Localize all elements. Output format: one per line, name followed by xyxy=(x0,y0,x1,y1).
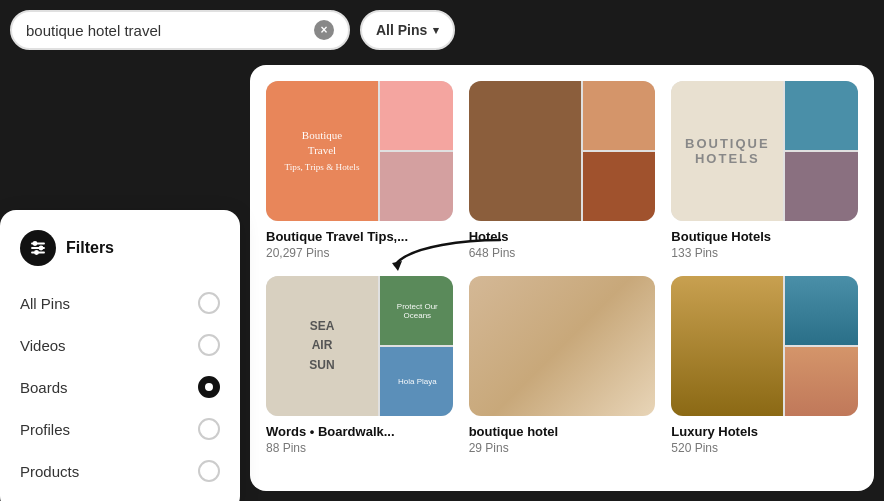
list-item[interactable]: SEAAIRSUN Protect Our Oceans Hola Playa … xyxy=(266,276,453,455)
filter-dropdown-label: All Pins xyxy=(376,22,427,38)
pin-main-image xyxy=(671,276,783,416)
radio-boards[interactable] xyxy=(198,376,220,398)
radio-profiles[interactable] xyxy=(198,418,220,440)
search-input-wrapper: × xyxy=(10,10,350,50)
pin-count: 520 Pins xyxy=(671,441,858,455)
pin-small-image-bottom xyxy=(785,152,858,221)
pin-main-image: BOUTIQUEHOTELS xyxy=(671,81,783,221)
filter-label-boards: Boards xyxy=(20,379,68,396)
filter-icon xyxy=(20,230,56,266)
pin-image: BOUTIQUEHOTELS xyxy=(671,81,858,221)
filter-option-products[interactable]: Products xyxy=(20,450,220,492)
radio-products[interactable] xyxy=(198,460,220,482)
svg-point-5 xyxy=(40,247,43,250)
pin-small-image-top xyxy=(583,81,656,150)
search-input[interactable] xyxy=(26,22,314,39)
pin-image: . xyxy=(469,81,656,221)
filters-panel: Filters All Pins Videos Boards Profiles … xyxy=(0,210,240,501)
pin-image xyxy=(671,276,858,416)
pin-count: 133 Pins xyxy=(671,246,858,260)
list-item[interactable]: BoutiqueTravelTips, Trips & Hotels Bouti… xyxy=(266,81,453,260)
clear-button[interactable]: × xyxy=(314,20,334,40)
pin-small-image-top xyxy=(785,81,858,150)
svg-point-6 xyxy=(35,251,38,254)
arrow-annotation xyxy=(390,235,510,279)
list-item[interactable]: BOUTIQUEHOTELS Boutique Hotels 133 Pins xyxy=(671,81,858,260)
pin-main-image: SEAAIRSUN xyxy=(266,276,378,416)
svg-point-4 xyxy=(34,242,37,245)
filter-option-profiles[interactable]: Profiles xyxy=(20,408,220,450)
pin-main-image: BoutiqueTravelTips, Trips & Hotels xyxy=(266,81,378,221)
svg-marker-0 xyxy=(392,261,402,271)
pin-count: 29 Pins xyxy=(469,441,656,455)
filter-option-all-pins[interactable]: All Pins xyxy=(20,282,220,324)
filter-option-videos[interactable]: Videos xyxy=(20,324,220,366)
pin-small-image-bottom xyxy=(380,152,453,221)
pin-small-image-bottom xyxy=(785,347,858,416)
pin-small-image-top xyxy=(785,276,858,345)
pin-small-image-top: Protect Our Oceans xyxy=(380,276,453,345)
radio-all-pins[interactable] xyxy=(198,292,220,314)
pin-image xyxy=(469,276,656,416)
pin-title: Words • Boardwalk... xyxy=(266,424,453,439)
pin-main-image: . xyxy=(469,81,581,221)
filters-title: Filters xyxy=(66,239,114,257)
filters-header: Filters xyxy=(20,230,220,266)
filter-dropdown[interactable]: All Pins ▾ xyxy=(360,10,455,50)
filter-label-all-pins: All Pins xyxy=(20,295,70,312)
list-item[interactable]: boutique hotel 29 Pins xyxy=(469,276,656,455)
pin-title: boutique hotel xyxy=(469,424,656,439)
filter-label-products: Products xyxy=(20,463,79,480)
filter-label-videos: Videos xyxy=(20,337,66,354)
pin-small-image-bottom xyxy=(583,152,656,221)
pin-count: 88 Pins xyxy=(266,441,453,455)
radio-videos[interactable] xyxy=(198,334,220,356)
search-bar-area: × All Pins ▾ xyxy=(10,10,455,50)
pin-title: Boutique Hotels xyxy=(671,229,858,244)
pin-small-image-bottom: Hola Playa xyxy=(380,347,453,416)
pin-image: BoutiqueTravelTips, Trips & Hotels xyxy=(266,81,453,221)
list-item[interactable]: . Hotels 648 Pins xyxy=(469,81,656,260)
pin-small-image-top xyxy=(380,81,453,150)
chevron-down-icon: ▾ xyxy=(433,24,439,37)
pin-title: Luxury Hotels xyxy=(671,424,858,439)
pin-image: SEAAIRSUN Protect Our Oceans Hola Playa xyxy=(266,276,453,416)
content-card: BoutiqueTravelTips, Trips & Hotels Bouti… xyxy=(250,65,874,491)
pin-main-image xyxy=(469,276,656,416)
filter-label-profiles: Profiles xyxy=(20,421,70,438)
pins-grid: BoutiqueTravelTips, Trips & Hotels Bouti… xyxy=(266,81,858,455)
filter-option-boards[interactable]: Boards xyxy=(20,366,220,408)
list-item[interactable]: Luxury Hotels 520 Pins xyxy=(671,276,858,455)
